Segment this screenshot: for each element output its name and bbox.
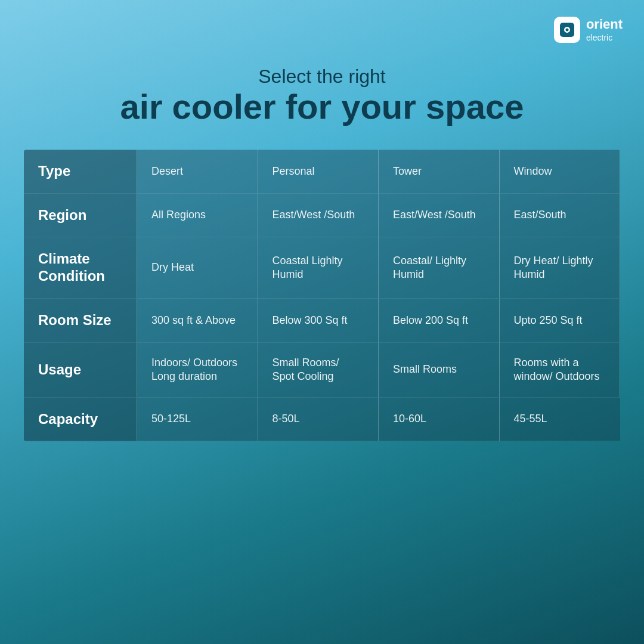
row-usage-label: Usage	[24, 343, 137, 398]
col-header-personal: Personal	[258, 150, 379, 194]
row-climate-label: Climate Condition	[24, 237, 137, 299]
page-header: Select the right air cooler for your spa…	[0, 0, 644, 150]
logo-icon	[554, 17, 580, 43]
header-title: air cooler for your space	[0, 88, 644, 126]
row-capacity-label: Capacity	[24, 398, 137, 442]
brand-name: orient	[586, 17, 623, 32]
row-usage-tower: Small Rooms	[379, 343, 500, 398]
row-region-label: Region	[24, 194, 137, 238]
row-climate-personal: Coastal Lighlty Humid	[258, 237, 379, 299]
row-capacity-personal: 8-50L	[258, 398, 379, 442]
logo-area: orient electric	[554, 17, 623, 43]
row-roomsize-window: Upto 250 Sq ft	[500, 299, 621, 343]
row-roomsize-personal: Below 300 Sq ft	[258, 299, 379, 343]
row-roomsize-label: Room Size	[24, 299, 137, 343]
col-header-tower: Tower	[379, 150, 500, 194]
row-roomsize-desert: 300 sq ft & Above	[137, 299, 258, 343]
row-roomsize-tower: Below 200 Sq ft	[379, 299, 500, 343]
row-capacity-window: 45-55L	[500, 398, 621, 442]
row-capacity-tower: 10-60L	[379, 398, 500, 442]
svg-point-2	[565, 29, 568, 32]
logo-text: orient electric	[586, 17, 623, 42]
row-usage-personal: Small Rooms/ Spot Cooling	[258, 343, 379, 398]
row-climate-desert: Dry Heat	[137, 237, 258, 299]
brand-sub: electric	[586, 33, 623, 43]
col-header-desert: Desert	[137, 150, 258, 194]
row-climate-window: Dry Heat/ Lightly Humid	[500, 237, 621, 299]
row-region-tower: East/West /South	[379, 194, 500, 238]
row-usage-desert: Indoors/ Outdoors Long duration	[137, 343, 258, 398]
col-header-type: Type	[24, 150, 137, 194]
row-region-window: East/South	[500, 194, 621, 238]
row-region-personal: East/West /South	[258, 194, 379, 238]
comparison-table: Type Desert Personal Tower Window Region…	[24, 150, 620, 442]
header-subtitle: Select the right	[0, 66, 644, 88]
col-header-window: Window	[500, 150, 621, 194]
row-capacity-desert: 50-125L	[137, 398, 258, 442]
row-region-desert: All Regions	[137, 194, 258, 238]
table-grid: Type Desert Personal Tower Window Region…	[24, 150, 620, 442]
row-usage-window: Rooms with a window/ Outdoors	[500, 343, 621, 398]
row-climate-tower: Coastal/ Lighlty Humid	[379, 237, 500, 299]
